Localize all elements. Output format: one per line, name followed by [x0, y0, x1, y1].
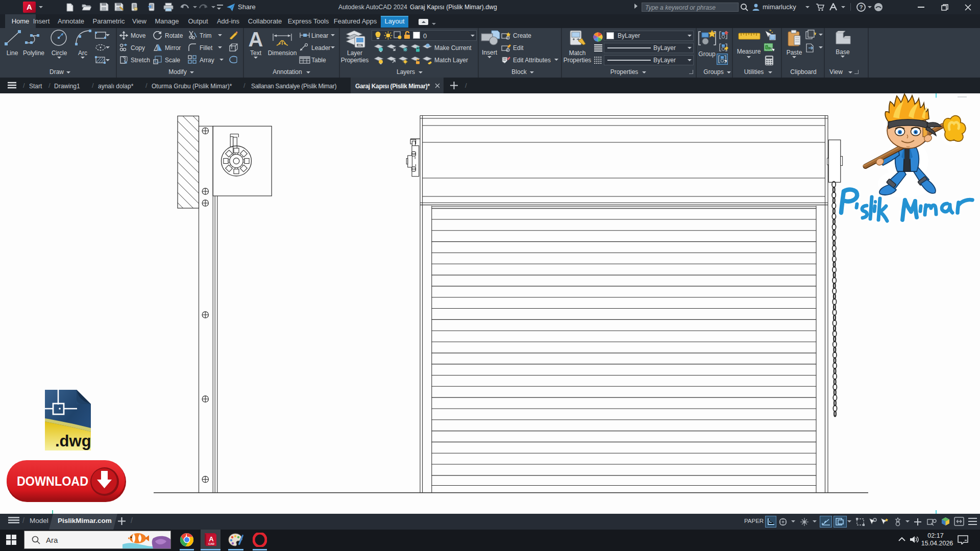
svg-text:.dwg: .dwg — [55, 432, 91, 450]
svg-text:CAD: CAD — [208, 542, 214, 545]
svg-text:A: A — [209, 535, 214, 543]
svg-text:?: ? — [860, 4, 863, 10]
svg-text:DOWNLOAD: DOWNLOAD — [17, 473, 88, 489]
